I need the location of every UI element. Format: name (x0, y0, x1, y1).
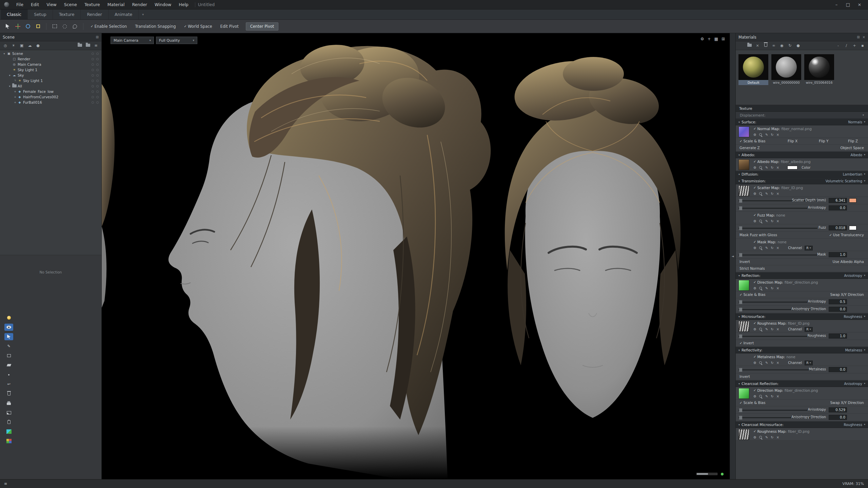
invert-toggle[interactable]: Invert (739, 374, 750, 379)
invert-toggle[interactable]: Invert (739, 260, 750, 264)
roughness-map-thumbnail[interactable] (738, 321, 749, 332)
albedo-map-thumbnail[interactable] (738, 159, 749, 170)
clearcoat-anisotropy-slider[interactable]: Anisotropy 0.529 (736, 406, 868, 414)
reload-icon[interactable]: ↻ (771, 436, 773, 439)
slider-track[interactable] (738, 410, 817, 411)
visibility-toggle[interactable] (96, 85, 99, 87)
library-plus-icon[interactable]: + (851, 43, 858, 48)
metalness-slider[interactable]: Metalness 0.0 (736, 366, 868, 373)
lock-toggle[interactable] (92, 69, 94, 71)
panel-splitter[interactable]: ◄ (730, 33, 736, 479)
clear-icon[interactable]: × (776, 287, 779, 290)
visibility-toggle[interactable] (96, 69, 99, 71)
check-icon[interactable]: ✓ (753, 213, 756, 217)
surface-section-header[interactable]: ▾ Surface: Normals ▾ (736, 119, 868, 125)
check-icon[interactable]: ✓ (753, 321, 756, 325)
mask-fuzz-toggle[interactable]: Mask Fuzz with Gloss (739, 233, 777, 237)
reload-icon[interactable]: ↻ (771, 166, 773, 169)
invert-toggle[interactable]: ✓Invert (739, 341, 754, 345)
scale-bias-toggle[interactable]: ✓Scale & Bias (739, 139, 766, 143)
reload-icon[interactable]: ↻ (771, 192, 773, 196)
world-space-toggle[interactable]: ✓World Space (181, 24, 215, 29)
mode-dropdown[interactable]: Volumetric Scattering (826, 179, 862, 183)
slider-track[interactable] (738, 255, 817, 256)
magnifier-icon[interactable] (759, 287, 763, 290)
translation-snapping-toggle[interactable]: Translation Snapping (132, 24, 179, 29)
tree-item-main-camera[interactable]: ◎ Main Camera (0, 62, 101, 67)
swap-xy-toggle[interactable]: Swap X/Y Direction (830, 401, 864, 405)
quality-select[interactable]: Full Quality ▾ (156, 37, 197, 44)
pencil-icon[interactable]: ✎ (765, 361, 768, 365)
visibility-tool-icon[interactable] (4, 324, 13, 331)
albedo-color-swatch[interactable] (787, 166, 797, 169)
check-icon[interactable]: ✓ (753, 388, 756, 392)
gear-icon[interactable]: ⚙ (753, 328, 756, 331)
expand-icon[interactable]: ⊞ (722, 37, 725, 41)
slider-handle[interactable] (739, 206, 742, 210)
refresh-icon[interactable]: ↻ (787, 43, 793, 48)
clear-icon[interactable]: × (776, 361, 779, 365)
value-field[interactable]: 0.0 (829, 367, 847, 372)
pencil-icon[interactable]: ✎ (765, 246, 768, 250)
flip-z-toggle[interactable]: Flip Z (848, 139, 858, 143)
gear-icon[interactable]: ⚙ (753, 192, 756, 196)
gear-icon[interactable]: ⚙ (753, 246, 756, 250)
magnifier-icon[interactable] (759, 192, 763, 196)
cursor-tool-icon[interactable] (4, 333, 13, 340)
direction-map-thumbnail[interactable] (738, 280, 749, 291)
translate-tool-icon[interactable] (14, 22, 22, 30)
panel-options-icon[interactable]: ⊞ (96, 35, 99, 39)
clear-icon[interactable]: × (776, 328, 779, 331)
visibility-toggle[interactable] (96, 53, 99, 55)
flip-x-toggle[interactable]: Flip X (788, 139, 797, 143)
collapse-panel-icon[interactable]: ◄ (732, 255, 734, 258)
reload-icon[interactable]: ↻ (771, 220, 773, 223)
gear-icon[interactable]: ⚙ (753, 287, 756, 290)
albedo-section-header[interactable]: ▾ Albedo: Albedo ▾ (736, 151, 868, 158)
list-view-icon[interactable]: ≡ (93, 43, 99, 48)
slider-handle[interactable] (739, 226, 742, 230)
check-icon[interactable]: ✓ (753, 240, 756, 244)
gradient-swatch[interactable] (4, 428, 13, 435)
tree-item-sky[interactable]: ▾ ☁ Sky (0, 73, 101, 78)
clipboard-icon[interactable] (4, 419, 13, 426)
lock-toggle[interactable] (92, 85, 94, 87)
pencil-icon[interactable]: ✎ (765, 192, 768, 196)
tab-classic[interactable]: Classic (1, 9, 28, 19)
expander-icon[interactable]: ▾ (7, 85, 12, 88)
pencil-icon[interactable]: ✎ (4, 343, 13, 350)
clear-icon[interactable]: × (776, 133, 779, 137)
mask-slider[interactable]: Mask 1.0 (736, 251, 868, 259)
mode-dropdown[interactable]: Roughness (844, 315, 862, 319)
expander-icon[interactable]: + (13, 96, 17, 99)
slider-handle[interactable] (739, 253, 742, 257)
clear-icon[interactable]: × (776, 436, 779, 439)
value-field[interactable]: 0.5 (829, 299, 847, 304)
slider-handle[interactable] (739, 308, 742, 311)
magnifier-icon[interactable] (759, 328, 763, 331)
scale-tool-icon[interactable] (34, 22, 42, 30)
clear-icon[interactable]: × (776, 246, 779, 250)
add-view-icon[interactable]: + (708, 37, 711, 41)
use-albedo-alpha-toggle[interactable]: Use Albedo Alpha (833, 260, 864, 264)
slider-handle[interactable] (739, 199, 742, 203)
expander-icon[interactable]: ▾ (2, 52, 6, 55)
clear-icon[interactable]: × (776, 395, 779, 398)
gear-icon[interactable]: ⚙ (753, 395, 756, 398)
tab-animate[interactable]: Animate (108, 9, 139, 19)
tab-options-icon[interactable]: ▾ (139, 9, 147, 19)
swap-xy-toggle[interactable]: Swap X/Y Direction (830, 292, 864, 297)
slider-handle[interactable] (739, 334, 742, 338)
add-mesh-icon[interactable]: ▣ (18, 43, 25, 48)
close-button[interactable]: × (854, 0, 865, 9)
scale-bias-toggle[interactable]: ✓Scale & Bias (739, 401, 766, 405)
reflection-section-header[interactable]: ▾ Reflection: Anisotropy ▾ (736, 272, 868, 279)
use-translucency-toggle[interactable]: ✓Use Translucency (829, 233, 864, 237)
tree-item-furball016[interactable]: + ◆ FurBall016 (0, 100, 101, 105)
magnifier-icon[interactable] (759, 361, 763, 365)
pencil-icon[interactable]: ✎ (765, 133, 768, 137)
check-icon[interactable]: ✓ (753, 186, 756, 189)
visibility-toggle[interactable] (96, 58, 99, 60)
fuzz-slider[interactable]: Fuzz 0.018 (736, 224, 868, 232)
scatter-map-thumbnail[interactable] (738, 185, 749, 196)
